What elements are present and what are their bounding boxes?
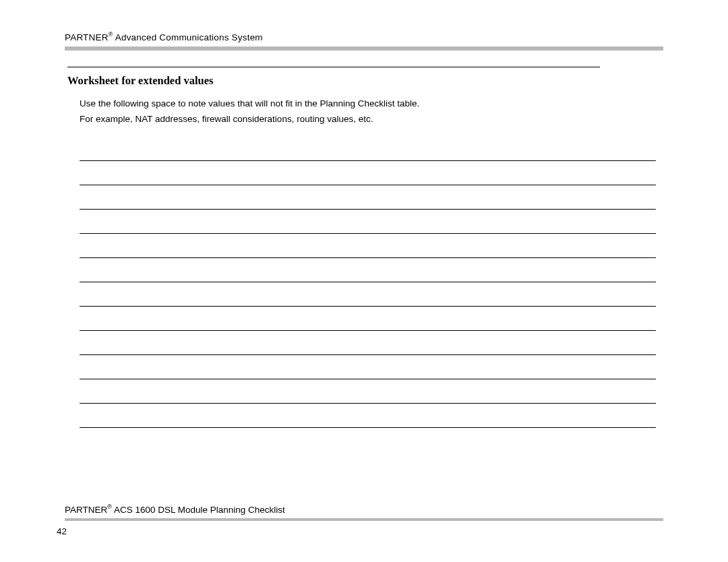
header-suffix: Advanced Communications System: [113, 32, 263, 42]
header-product: PARTNER: [65, 32, 109, 42]
header-title: PARTNER® Advanced Communications System: [65, 31, 663, 42]
worksheet-line: [80, 160, 656, 161]
page-number: 42: [57, 526, 663, 536]
worksheet-line: [80, 209, 656, 210]
worksheet-line: [80, 330, 656, 331]
section-paragraph-2: For example, NAT addresses, firewall con…: [80, 113, 663, 127]
worksheet-lines: [80, 160, 656, 428]
worksheet-line: [80, 354, 656, 355]
worksheet-line: [80, 427, 656, 428]
worksheet-line: [80, 403, 656, 404]
worksheet-line: [80, 282, 656, 282]
registered-icon: ®: [107, 503, 112, 510]
registered-icon: ®: [109, 31, 113, 38]
section-paragraph-1: Use the following space to note values t…: [80, 97, 663, 111]
footer-divider-bar: [65, 518, 663, 521]
section-rule: [67, 67, 600, 67]
footer-suffix: ACS 1600 DSL Module Planning Checklist: [112, 504, 285, 514]
header-divider-bar: [65, 46, 663, 51]
worksheet-line: [80, 233, 656, 234]
footer-product: PARTNER: [65, 504, 107, 514]
worksheet-line: [80, 306, 656, 307]
footer-title: PARTNER® ACS 1600 DSL Module Planning Ch…: [65, 503, 663, 515]
section-heading: Worksheet for extended values: [67, 74, 663, 88]
worksheet-line: [80, 185, 656, 185]
worksheet-line: [80, 257, 656, 258]
footer: PARTNER® ACS 1600 DSL Module Planning Ch…: [65, 503, 663, 537]
worksheet-line: [80, 379, 656, 379]
document-page: PARTNER® Advanced Communications System …: [0, 0, 728, 562]
